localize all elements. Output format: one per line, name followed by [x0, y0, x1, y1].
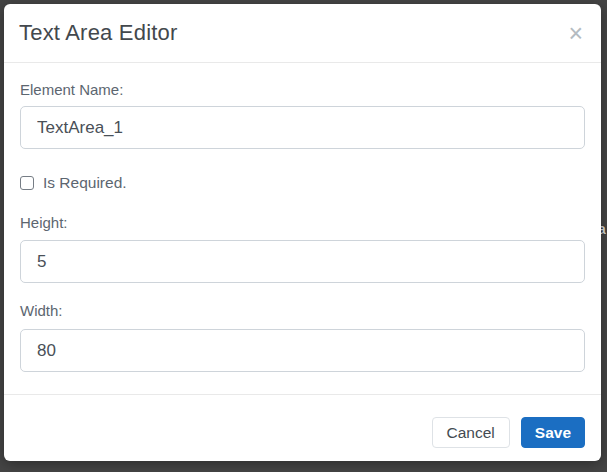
element-name-input[interactable] [20, 106, 585, 149]
modal-footer: Cancel Save [4, 394, 601, 461]
is-required-label: Is Required. [43, 174, 127, 192]
modal-title: Text Area Editor [19, 20, 178, 46]
is-required-checkbox[interactable] [20, 176, 34, 190]
close-icon[interactable]: × [566, 21, 585, 46]
modal-body: Element Name: Is Required. Height: Width… [4, 63, 601, 394]
cancel-button[interactable]: Cancel [432, 417, 510, 448]
width-label: Width: [20, 303, 585, 318]
modal-header: Text Area Editor × [4, 4, 601, 63]
height-label: Height: [20, 215, 585, 230]
height-input[interactable] [20, 240, 585, 283]
is-required-row[interactable]: Is Required. [20, 175, 585, 191]
save-button[interactable]: Save [521, 417, 585, 448]
screen: a Text Area Editor × Element Name: Is Re… [0, 0, 607, 472]
width-input[interactable] [20, 329, 585, 372]
text-area-editor-modal: Text Area Editor × Element Name: Is Requ… [4, 4, 601, 461]
element-name-label: Element Name: [20, 82, 585, 97]
